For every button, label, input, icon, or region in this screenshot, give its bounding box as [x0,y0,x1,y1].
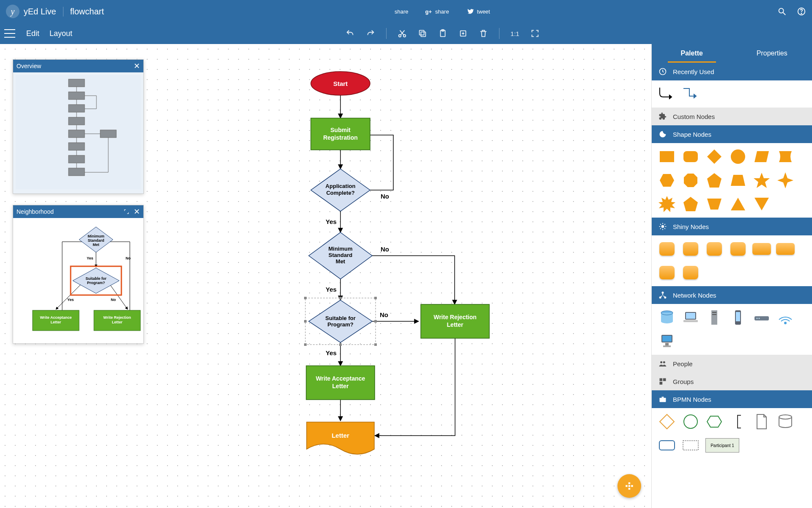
shape-star5[interactable] [752,171,771,190]
network-router[interactable] [752,308,771,327]
share-googleplus[interactable]: g+ share [425,8,449,15]
shape-concave[interactable] [776,147,795,166]
svg-rect-84 [631,485,633,487]
bpmn-datastore[interactable] [776,412,795,431]
cut-button[interactable] [395,26,409,41]
svg-marker-90 [754,151,769,162]
shiny-8[interactable] [681,263,700,282]
shape-rect[interactable] [658,147,676,166]
shiny-5[interactable] [752,240,771,258]
section-recent[interactable]: Recently Used [652,63,812,80]
zoom-reset-button[interactable]: 1:1 [508,26,522,41]
network-db[interactable] [658,308,676,327]
shiny-3[interactable] [705,240,724,258]
shiny-6[interactable] [776,240,795,258]
delete-button[interactable] [476,26,491,41]
section-network[interactable]: Network Nodes [652,286,812,304]
canvas[interactable]: Overview ✕ [0,44,651,508]
shiny-2[interactable] [681,240,700,258]
shape-star4[interactable] [776,171,795,190]
moon-icon [658,130,667,138]
shape-triangle[interactable] [729,195,747,213]
section-network-label: Network Nodes [673,292,716,299]
bpmn-bracket[interactable] [729,412,747,431]
shape-trapezoid[interactable] [729,171,747,190]
help-icon[interactable] [797,7,806,16]
shape-trapezoid2[interactable] [705,195,724,213]
svg-rect-135 [663,378,666,381]
svg-rect-71 [304,343,307,346]
section-people-label: People [673,360,693,367]
shape-octagon[interactable] [681,171,700,190]
shape-diamond[interactable] [705,147,724,166]
shape-roundrect[interactable] [681,147,700,166]
shape-hexagon[interactable] [658,171,676,190]
section-shape[interactable]: Shape Nodes [652,125,812,143]
section-shiny-label: Shiny Nodes [673,223,709,230]
app-brand: yEd Live [24,7,63,17]
tab-palette[interactable]: Palette [652,44,732,63]
history-icon [658,67,667,76]
bpmn-circle[interactable] [681,412,700,431]
shiny-7[interactable] [658,263,676,282]
paste-button[interactable] [436,26,450,41]
bpmn-doc[interactable] [752,412,771,431]
document-title[interactable]: flowchart [63,7,104,17]
network-server[interactable] [705,308,724,327]
search-icon[interactable] [777,7,787,16]
share-twitter[interactable]: tweet [466,8,490,15]
section-bpmn[interactable]: BPMN Nodes [652,390,812,408]
menu-edit[interactable]: Edit [21,29,44,38]
network-laptop[interactable] [681,308,700,327]
network-pc[interactable] [658,332,676,351]
svg-point-111 [662,292,664,294]
svg-text:Suitable forProgram?: Suitable forProgram? [325,315,356,328]
bpmn-hex[interactable] [705,412,724,431]
shape-pentagon[interactable] [705,171,724,190]
svg-marker-100 [731,198,745,210]
shiny-1[interactable] [658,240,676,258]
shape-triangle-down[interactable] [752,195,771,213]
redo-button[interactable] [363,26,378,41]
svg-marker-140 [707,416,721,427]
bpmn-participant[interactable]: Participant 1 [705,436,740,455]
tab-properties[interactable]: Properties [732,44,812,63]
svg-point-132 [660,361,662,363]
section-groups[interactable]: Groups [652,373,812,390]
svg-marker-91 [660,174,674,187]
bpmn-dashed[interactable] [681,436,700,455]
network-icon [658,291,667,299]
network-phone[interactable] [729,308,747,327]
section-shiny[interactable]: Shiny Nodes [652,218,812,235]
fab-button[interactable] [617,474,641,498]
title-bar: y yEd Live flowchart share g+ share twee… [0,0,812,23]
section-people[interactable]: People [652,355,812,373]
svg-rect-6 [421,32,425,36]
recent-edge-ortho[interactable] [681,85,700,103]
section-shape-label: Shape Nodes [673,131,711,138]
network-wifi[interactable] [776,308,795,327]
shape-pentagon2[interactable] [681,195,700,213]
svg-marker-93 [707,173,721,188]
menu-bar: Edit Layout 1:1 [0,23,812,44]
shiny-4[interactable] [729,240,747,258]
hamburger-menu-icon[interactable] [4,28,15,39]
svg-text:Start: Start [333,80,348,87]
bpmn-task[interactable] [658,436,676,455]
undo-button[interactable] [343,26,357,41]
share-facebook[interactable]: share [391,8,409,15]
copy-button[interactable] [415,26,430,41]
shape-parallelogram[interactable] [752,147,771,166]
shape-burst[interactable] [658,195,676,213]
svg-text:Yes: Yes [326,218,337,225]
svg-rect-142 [659,441,675,450]
recent-edge-curve[interactable] [658,85,676,103]
menu-layout[interactable]: Layout [44,29,77,38]
duplicate-button[interactable] [456,26,470,41]
section-custom[interactable]: Custom Nodes [652,108,812,125]
fullscreen-button[interactable] [528,26,542,41]
bpmn-diamond[interactable] [658,412,676,431]
shape-circle[interactable] [729,147,747,166]
svg-point-127 [785,322,786,324]
svg-rect-137 [660,398,666,402]
